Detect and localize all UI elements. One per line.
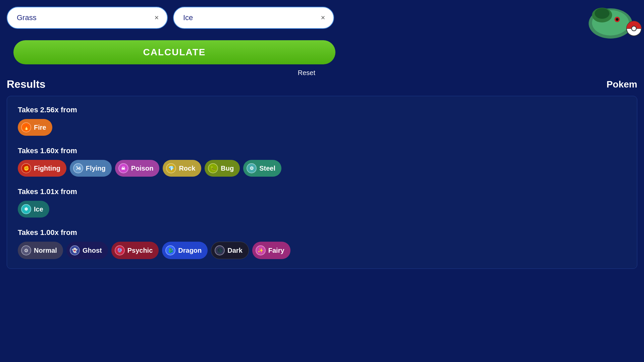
type-badge-fairy[interactable]: ✨Fairy bbox=[252, 242, 290, 259]
dark-label: Dark bbox=[227, 247, 242, 254]
rock-icon: 💎 bbox=[166, 163, 176, 173]
type-badge-poison[interactable]: ☠Poison bbox=[115, 160, 160, 177]
type-badges-2: ❄Ice bbox=[18, 201, 626, 218]
fairy-label: Fairy bbox=[268, 247, 284, 254]
poison-icon: ☠ bbox=[118, 163, 128, 173]
reset-row: Reset bbox=[0, 64, 322, 77]
dark-icon: 🌑 bbox=[215, 245, 225, 255]
result-group-3: Takes 1.00x from⊙Normal👻Ghost🔮Psychic🐉Dr… bbox=[18, 228, 626, 259]
normal-label: Normal bbox=[34, 247, 57, 254]
flying-label: Flying bbox=[86, 165, 106, 172]
psychic-icon: 🔮 bbox=[115, 245, 125, 255]
result-group-2: Takes 1.01x from❄Ice bbox=[18, 187, 626, 218]
result-group-1: Takes 1.60x from✊Fighting🌬Flying☠Poison💎… bbox=[18, 146, 626, 177]
type2-wrapper: × bbox=[173, 7, 334, 29]
dragon-label: Dragon bbox=[178, 247, 202, 254]
type-badge-bug[interactable]: 🐛Bug bbox=[205, 160, 240, 177]
fighting-icon: ✊ bbox=[21, 163, 31, 173]
type1-wrapper: × bbox=[7, 7, 168, 29]
flying-icon: 🌬 bbox=[73, 163, 83, 173]
type-badge-ghost[interactable]: 👻Ghost bbox=[66, 242, 108, 259]
calculate-button[interactable]: CALCULATE bbox=[13, 40, 335, 64]
ghost-icon: 👻 bbox=[70, 245, 80, 255]
result-label-3: Takes 1.00x from bbox=[18, 228, 626, 237]
bug-label: Bug bbox=[221, 165, 234, 172]
svg-point-3 bbox=[616, 18, 619, 21]
results-header: Results Pokem bbox=[0, 77, 644, 96]
results-title: Results bbox=[7, 78, 46, 90]
type1-input[interactable] bbox=[7, 7, 168, 29]
steel-icon: ⚙ bbox=[247, 163, 257, 173]
psychic-label: Psychic bbox=[127, 247, 153, 254]
poison-label: Poison bbox=[131, 165, 154, 172]
type-badges-1: ✊Fighting🌬Flying☠Poison💎Rock🐛Bug⚙Steel bbox=[18, 160, 626, 177]
result-label-2: Takes 1.01x from bbox=[18, 187, 626, 196]
top-bar: × × bbox=[0, 0, 644, 29]
svg-point-9 bbox=[632, 26, 636, 31]
pokemon-art bbox=[543, 0, 644, 40]
type-badge-psychic[interactable]: 🔮Psychic bbox=[111, 242, 159, 259]
ice-label: Ice bbox=[34, 205, 43, 213]
steel-label: Steel bbox=[259, 165, 275, 172]
type-badge-ice[interactable]: ❄Ice bbox=[18, 201, 49, 218]
type-badge-rock[interactable]: 💎Rock bbox=[163, 160, 201, 177]
clear-type2-button[interactable]: × bbox=[318, 13, 328, 23]
type2-input[interactable] bbox=[173, 7, 334, 29]
result-label-1: Takes 1.60x from bbox=[18, 146, 626, 155]
type-badges-3: ⊙Normal👻Ghost🔮Psychic🐉Dragon🌑Dark✨Fairy bbox=[18, 242, 626, 259]
result-label-0: Takes 2.56x from bbox=[18, 106, 626, 114]
dragon-icon: 🐉 bbox=[165, 245, 175, 255]
result-group-0: Takes 2.56x from🔥Fire bbox=[18, 106, 626, 136]
ice-icon: ❄ bbox=[21, 204, 31, 214]
reset-button[interactable]: Reset bbox=[298, 69, 315, 77]
type-badge-dark[interactable]: 🌑Dark bbox=[211, 242, 249, 259]
fire-label: Fire bbox=[34, 124, 46, 131]
clear-type1-button[interactable]: × bbox=[152, 13, 162, 23]
fighting-label: Fighting bbox=[34, 165, 60, 172]
results-container: Takes 2.56x from🔥FireTakes 1.60x from✊Fi… bbox=[7, 96, 637, 269]
svg-point-5 bbox=[595, 8, 609, 19]
pokemon-label: Pokem bbox=[606, 79, 637, 90]
type-badge-normal[interactable]: ⊙Normal bbox=[18, 242, 63, 259]
bug-icon: 🐛 bbox=[208, 163, 218, 173]
type-badge-fighting[interactable]: ✊Fighting bbox=[18, 160, 66, 177]
type-badge-fire[interactable]: 🔥Fire bbox=[18, 119, 52, 136]
normal-icon: ⊙ bbox=[21, 245, 31, 255]
fire-icon: 🔥 bbox=[21, 122, 31, 132]
type-badges-0: 🔥Fire bbox=[18, 119, 626, 136]
ghost-label: Ghost bbox=[83, 247, 102, 254]
rock-label: Rock bbox=[179, 165, 195, 172]
type-badge-steel[interactable]: ⚙Steel bbox=[243, 160, 281, 177]
type-badge-flying[interactable]: 🌬Flying bbox=[70, 160, 112, 177]
type-badge-dragon[interactable]: 🐉Dragon bbox=[162, 242, 208, 259]
fairy-icon: ✨ bbox=[256, 245, 266, 255]
